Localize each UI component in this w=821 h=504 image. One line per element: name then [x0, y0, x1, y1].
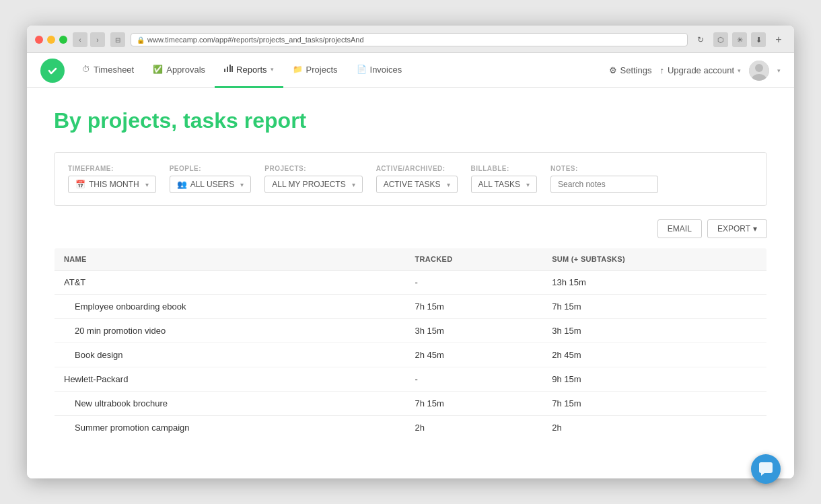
upgrade-icon: ↑: [659, 65, 664, 75]
task-name-cell[interactable]: Summer promotion campaign: [55, 416, 406, 440]
export-label: EXPORT: [717, 224, 750, 233]
task-name-cell[interactable]: 20 min promotion video: [55, 319, 406, 343]
active-archived-label: ACTIVE/ARCHIVED:: [376, 165, 458, 172]
filters-bar: TIMEFRAME: 📅 THIS MONTH ▾ PEOPLE: 👥 ALL …: [54, 152, 767, 206]
reports-icon: [224, 65, 233, 74]
tracked-cell[interactable]: 3h 15m: [406, 319, 543, 343]
timeframe-select[interactable]: 📅 THIS MONTH ▾: [68, 176, 156, 193]
sum-cell: 7h 15m: [542, 392, 766, 416]
nav-item-projects[interactable]: 📁 Projects: [283, 53, 347, 88]
nav-item-reports[interactable]: Reports ▾: [215, 53, 283, 88]
new-tab-button[interactable]: +: [771, 32, 786, 47]
billable-label: BILLABLE:: [471, 165, 537, 172]
url-text: www.timecamp.com/app#/reports/projects_a…: [147, 36, 364, 44]
project-name-cell[interactable]: AT&T: [55, 271, 406, 295]
export-chevron-icon: ▾: [753, 224, 757, 233]
projects-icon: 📁: [293, 65, 303, 74]
task-name-cell[interactable]: Employee onboarding ebook: [55, 295, 406, 319]
svg-rect-3: [229, 65, 231, 72]
back-button[interactable]: ‹: [73, 32, 87, 47]
svg-point-0: [46, 65, 59, 77]
email-button[interactable]: EMAIL: [657, 219, 702, 238]
forward-button[interactable]: ›: [90, 32, 105, 47]
ext-icon-3[interactable]: ⬇: [751, 32, 766, 47]
export-button[interactable]: EXPORT ▾: [707, 219, 767, 238]
people-label: PEOPLE:: [170, 165, 252, 172]
projects-select[interactable]: ALL MY PROJECTS ▾: [264, 176, 362, 193]
avatar-dropdown-icon: ▾: [777, 67, 781, 74]
svg-marker-9: [761, 473, 764, 476]
browser-chrome: ‹ › ⊟ 🔒 www.timecamp.com/app#/reports/pr…: [27, 26, 794, 53]
close-button[interactable]: [35, 36, 43, 44]
reload-button[interactable]: ↻: [693, 32, 708, 47]
table-row: Book design2h 45m2h 45m: [55, 343, 767, 367]
project-name-cell[interactable]: Hewlett-Packard: [55, 367, 406, 392]
col-tracked: TRACKED: [406, 248, 543, 271]
billable-chevron-icon: ▾: [526, 181, 530, 188]
people-select[interactable]: 👥 ALL USERS ▾: [170, 176, 252, 193]
ext-icon-1[interactable]: ⬡: [713, 32, 728, 47]
timeframe-label: TIMEFRAME:: [68, 165, 156, 172]
col-sum: SUM (+ SUBTASKS): [542, 248, 766, 271]
tracked-cell[interactable]: 7h 15m: [406, 392, 543, 416]
nav-item-timesheet[interactable]: ⏱ Timesheet: [73, 53, 143, 88]
notes-label: NOTES:: [550, 165, 658, 172]
settings-nav-item[interactable]: ⚙ Settings: [609, 65, 652, 75]
active-archived-filter-group: ACTIVE/ARCHIVED: ACTIVE TASKS ▾: [376, 165, 458, 193]
billable-select[interactable]: ALL TASKS ▾: [471, 176, 537, 193]
address-bar[interactable]: 🔒 www.timecamp.com/app#/reports/projects…: [131, 33, 688, 46]
action-bar: EMAIL EXPORT ▾: [54, 219, 767, 238]
table-header-row: NAME TRACKED SUM (+ SUBTASKS): [55, 248, 767, 271]
settings-icon: ⚙: [609, 65, 617, 75]
nav-items: ⏱ Timesheet ✅ Approvals Reports ▾ 📁 Proj…: [73, 53, 609, 88]
app-logo: [40, 59, 65, 83]
ext-icon-2[interactable]: ✳: [732, 32, 747, 47]
tracked-cell: -: [406, 271, 543, 295]
traffic-lights: [35, 36, 67, 44]
sum-cell: 13h 15m: [542, 271, 766, 295]
app-nav: ⏱ Timesheet ✅ Approvals Reports ▾ 📁 Proj…: [27, 53, 794, 88]
tracked-cell[interactable]: 7h 15m: [406, 295, 543, 319]
sum-cell: 2h 45m: [542, 343, 766, 367]
browser-extensions: ⬡ ✳ ⬇: [713, 32, 766, 47]
svg-rect-8: [759, 462, 773, 473]
table-row: AT&T-13h 15m: [55, 271, 767, 295]
minimize-button[interactable]: [47, 36, 55, 44]
invoices-icon: 📄: [357, 65, 367, 74]
report-table: NAME TRACKED SUM (+ SUBTASKS) AT&T-13h 1…: [54, 248, 767, 440]
notes-search-input[interactable]: [550, 176, 658, 193]
tracked-cell[interactable]: 2h 45m: [406, 343, 543, 367]
upgrade-nav-item[interactable]: ↑ Upgrade account ▾: [659, 65, 741, 75]
approvals-icon: ✅: [153, 65, 163, 74]
task-name-cell[interactable]: New ultrabook brochure: [55, 392, 406, 416]
billable-filter-group: BILLABLE: ALL TASKS ▾: [471, 165, 537, 193]
page-title: By projects, tasks report: [54, 108, 767, 133]
active-archived-chevron-icon: ▾: [447, 181, 450, 188]
task-name-cell[interactable]: Book design: [55, 343, 406, 367]
active-archived-select[interactable]: ACTIVE TASKS ▾: [376, 176, 458, 193]
sum-cell: 9h 15m: [542, 367, 766, 392]
maximize-button[interactable]: [59, 36, 67, 44]
window-icon-button[interactable]: ⊟: [110, 32, 125, 47]
tracked-cell: -: [406, 367, 543, 392]
col-name: NAME: [55, 248, 406, 271]
chat-fab-button[interactable]: [751, 454, 781, 484]
projects-value: ALL MY PROJECTS: [272, 180, 345, 189]
tracked-cell[interactable]: 2h: [406, 416, 543, 440]
main-content: By projects, tasks report TIMEFRAME: 📅 T…: [27, 88, 794, 478]
timeframe-value: THIS MONTH: [89, 180, 139, 189]
calendar-icon: 📅: [75, 180, 85, 189]
svg-rect-4: [231, 66, 233, 72]
table-row: Employee onboarding ebook7h 15m7h 15m: [55, 295, 767, 319]
nav-item-approvals[interactable]: ✅ Approvals: [143, 53, 215, 88]
timeframe-filter-group: TIMEFRAME: 📅 THIS MONTH ▾: [68, 165, 156, 193]
svg-point-6: [755, 64, 763, 72]
user-avatar[interactable]: [749, 61, 769, 81]
lock-icon: 🔒: [137, 36, 145, 44]
sum-cell: 7h 15m: [542, 295, 766, 319]
nav-item-invoices[interactable]: 📄 Invoices: [347, 53, 412, 88]
people-icon: 👥: [177, 180, 187, 189]
sum-cell: 2h: [542, 416, 766, 440]
billable-value: ALL TASKS: [478, 180, 520, 189]
people-chevron-icon: ▾: [240, 181, 244, 188]
